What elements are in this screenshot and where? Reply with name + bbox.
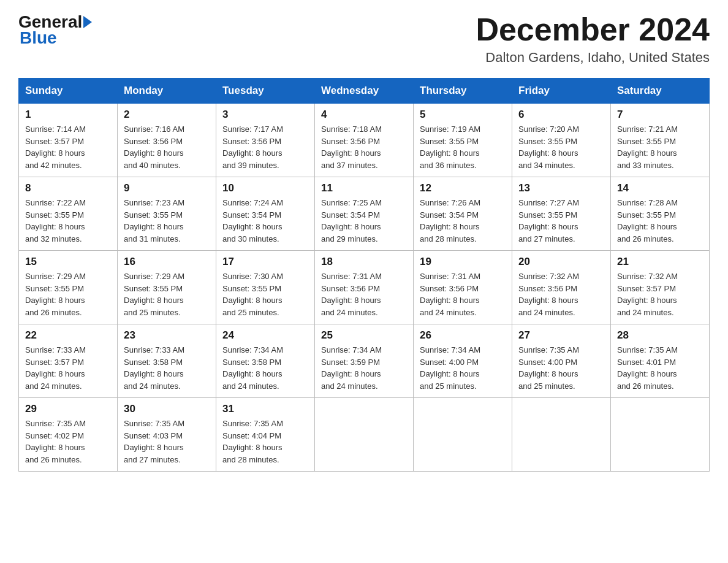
day-info: Sunrise: 7:16 AMSunset: 3:56 PMDaylight:…: [124, 123, 210, 171]
calendar-cell: 8Sunrise: 7:22 AMSunset: 3:55 PMDaylight…: [19, 177, 118, 251]
day-number: 21: [617, 256, 703, 268]
day-info: Sunrise: 7:23 AMSunset: 3:55 PMDaylight:…: [124, 197, 210, 245]
day-number: 12: [420, 182, 506, 194]
calendar-cell: 16Sunrise: 7:29 AMSunset: 3:55 PMDayligh…: [118, 251, 216, 324]
day-info: Sunrise: 7:35 AMSunset: 4:04 PMDaylight:…: [222, 418, 308, 465]
day-info: Sunrise: 7:33 AMSunset: 3:57 PMDaylight:…: [25, 344, 111, 392]
day-number: 19: [420, 256, 506, 268]
day-info: Sunrise: 7:28 AMSunset: 3:55 PMDaylight:…: [617, 197, 703, 245]
day-number: 13: [518, 182, 604, 194]
day-info: Sunrise: 7:32 AMSunset: 3:57 PMDaylight:…: [617, 270, 703, 318]
calendar-cell: 5Sunrise: 7:19 AMSunset: 3:55 PMDaylight…: [414, 104, 512, 177]
calendar-week-row: 29Sunrise: 7:35 AMSunset: 4:02 PMDayligh…: [19, 398, 710, 472]
calendar-cell: [315, 398, 414, 472]
calendar-cell: 29Sunrise: 7:35 AMSunset: 4:02 PMDayligh…: [19, 398, 118, 472]
day-number: 24: [222, 329, 308, 342]
day-number: 29: [25, 403, 111, 415]
day-info: Sunrise: 7:17 AMSunset: 3:56 PMDaylight:…: [222, 123, 308, 171]
calendar-cell: 23Sunrise: 7:33 AMSunset: 3:58 PMDayligh…: [118, 324, 216, 398]
day-info: Sunrise: 7:25 AMSunset: 3:54 PMDaylight:…: [321, 197, 407, 245]
logo: General Blue: [18, 12, 93, 48]
day-info: Sunrise: 7:18 AMSunset: 3:56 PMDaylight:…: [321, 123, 407, 171]
calendar-cell: 1Sunrise: 7:14 AMSunset: 3:57 PMDaylight…: [19, 104, 118, 177]
calendar-cell: 10Sunrise: 7:24 AMSunset: 3:54 PMDayligh…: [216, 177, 315, 251]
day-number: 4: [321, 109, 407, 121]
calendar-cell: 22Sunrise: 7:33 AMSunset: 3:57 PMDayligh…: [19, 324, 118, 398]
day-number: 30: [124, 403, 210, 415]
column-header-wednesday: Wednesday: [315, 79, 414, 104]
day-number: 15: [25, 256, 111, 268]
day-info: Sunrise: 7:35 AMSunset: 4:03 PMDaylight:…: [124, 418, 210, 465]
calendar-cell: 21Sunrise: 7:32 AMSunset: 3:57 PMDayligh…: [611, 251, 710, 324]
calendar-cell: 25Sunrise: 7:34 AMSunset: 3:59 PMDayligh…: [315, 324, 414, 398]
calendar-cell: 31Sunrise: 7:35 AMSunset: 4:04 PMDayligh…: [216, 398, 315, 472]
day-info: Sunrise: 7:20 AMSunset: 3:55 PMDaylight:…: [518, 123, 604, 171]
day-number: 25: [321, 329, 407, 342]
calendar-cell: 12Sunrise: 7:26 AMSunset: 3:54 PMDayligh…: [414, 177, 512, 251]
calendar-cell: 27Sunrise: 7:35 AMSunset: 4:00 PMDayligh…: [512, 324, 611, 398]
logo-blue: Blue: [20, 28, 57, 47]
day-number: 27: [518, 329, 604, 342]
calendar-cell: [611, 398, 710, 472]
day-number: 1: [25, 109, 111, 121]
column-header-friday: Friday: [512, 79, 611, 104]
day-info: Sunrise: 7:35 AMSunset: 4:00 PMDaylight:…: [518, 344, 604, 392]
calendar-week-row: 22Sunrise: 7:33 AMSunset: 3:57 PMDayligh…: [19, 324, 710, 398]
calendar-cell: 17Sunrise: 7:30 AMSunset: 3:55 PMDayligh…: [216, 251, 315, 324]
column-header-monday: Monday: [118, 79, 216, 104]
day-number: 3: [222, 109, 308, 121]
day-info: Sunrise: 7:14 AMSunset: 3:57 PMDaylight:…: [25, 123, 111, 171]
day-number: 31: [222, 403, 308, 415]
day-number: 7: [617, 109, 703, 121]
day-info: Sunrise: 7:34 AMSunset: 4:00 PMDaylight:…: [420, 344, 506, 392]
calendar-header-row: SundayMondayTuesdayWednesdayThursdayFrid…: [19, 79, 710, 104]
calendar-cell: 24Sunrise: 7:34 AMSunset: 3:58 PMDayligh…: [216, 324, 315, 398]
calendar-cell: 30Sunrise: 7:35 AMSunset: 4:03 PMDayligh…: [118, 398, 216, 472]
day-info: Sunrise: 7:31 AMSunset: 3:56 PMDaylight:…: [321, 270, 407, 318]
day-number: 14: [617, 182, 703, 194]
day-number: 17: [222, 256, 308, 268]
day-info: Sunrise: 7:19 AMSunset: 3:55 PMDaylight:…: [420, 123, 506, 171]
calendar-cell: 4Sunrise: 7:18 AMSunset: 3:56 PMDaylight…: [315, 104, 414, 177]
calendar-cell: 6Sunrise: 7:20 AMSunset: 3:55 PMDaylight…: [512, 104, 611, 177]
day-info: Sunrise: 7:35 AMSunset: 4:01 PMDaylight:…: [617, 344, 703, 392]
day-info: Sunrise: 7:30 AMSunset: 3:55 PMDaylight:…: [222, 270, 308, 318]
calendar-cell: 11Sunrise: 7:25 AMSunset: 3:54 PMDayligh…: [315, 177, 414, 251]
day-number: 20: [518, 256, 604, 268]
column-header-saturday: Saturday: [611, 79, 710, 104]
day-number: 26: [420, 329, 506, 342]
day-number: 6: [518, 109, 604, 121]
day-info: Sunrise: 7:29 AMSunset: 3:55 PMDaylight:…: [25, 270, 111, 318]
calendar-cell: 3Sunrise: 7:17 AMSunset: 3:56 PMDaylight…: [216, 104, 315, 177]
day-number: 16: [124, 256, 210, 268]
calendar-cell: 2Sunrise: 7:16 AMSunset: 3:56 PMDaylight…: [118, 104, 216, 177]
day-info: Sunrise: 7:32 AMSunset: 3:56 PMDaylight:…: [518, 270, 604, 318]
day-info: Sunrise: 7:21 AMSunset: 3:55 PMDaylight:…: [617, 123, 703, 171]
calendar-cell: 14Sunrise: 7:28 AMSunset: 3:55 PMDayligh…: [611, 177, 710, 251]
calendar-week-row: 1Sunrise: 7:14 AMSunset: 3:57 PMDaylight…: [19, 104, 710, 177]
calendar-cell: 7Sunrise: 7:21 AMSunset: 3:55 PMDaylight…: [611, 104, 710, 177]
column-header-sunday: Sunday: [19, 79, 118, 104]
day-number: 11: [321, 182, 407, 194]
month-title: December 2024: [476, 12, 710, 47]
calendar-cell: 15Sunrise: 7:29 AMSunset: 3:55 PMDayligh…: [19, 251, 118, 324]
day-info: Sunrise: 7:35 AMSunset: 4:02 PMDaylight:…: [25, 418, 111, 465]
calendar-cell: 26Sunrise: 7:34 AMSunset: 4:00 PMDayligh…: [414, 324, 512, 398]
day-info: Sunrise: 7:33 AMSunset: 3:58 PMDaylight:…: [124, 344, 210, 392]
calendar-table: SundayMondayTuesdayWednesdayThursdayFrid…: [18, 78, 710, 472]
calendar-cell: 20Sunrise: 7:32 AMSunset: 3:56 PMDayligh…: [512, 251, 611, 324]
day-number: 28: [617, 329, 703, 342]
calendar-week-row: 8Sunrise: 7:22 AMSunset: 3:55 PMDaylight…: [19, 177, 710, 251]
day-number: 9: [124, 182, 210, 194]
day-info: Sunrise: 7:24 AMSunset: 3:54 PMDaylight:…: [222, 197, 308, 245]
calendar-cell: [512, 398, 611, 472]
calendar-cell: [414, 398, 512, 472]
day-info: Sunrise: 7:22 AMSunset: 3:55 PMDaylight:…: [25, 197, 111, 245]
day-number: 23: [124, 329, 210, 342]
day-number: 5: [420, 109, 506, 121]
calendar-cell: 13Sunrise: 7:27 AMSunset: 3:55 PMDayligh…: [512, 177, 611, 251]
day-info: Sunrise: 7:29 AMSunset: 3:55 PMDaylight:…: [124, 270, 210, 318]
location-subtitle: Dalton Gardens, Idaho, United States: [476, 50, 710, 66]
day-number: 22: [25, 329, 111, 342]
day-number: 18: [321, 256, 407, 268]
